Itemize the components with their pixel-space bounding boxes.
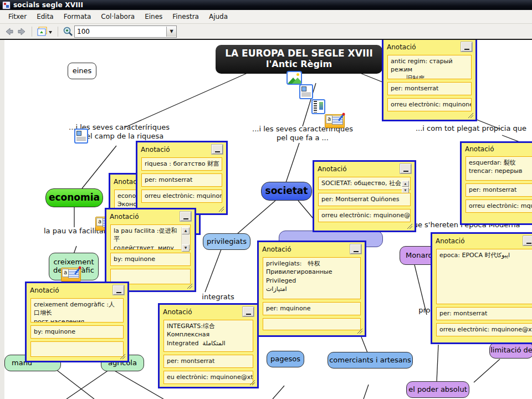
link-phrase-integrats[interactable]: integrats [197, 293, 239, 301]
annotation-window-title: Anotació [141, 146, 170, 154]
resize-handle[interactable] [186, 283, 193, 289]
annotation-email-box[interactable]: eu electrònic: mquinone@xtec.cat [163, 371, 253, 384]
annotation-text-box[interactable]: esquerdar: 裂纹 trencar: перерыв [466, 156, 532, 181]
resize-handle[interactable] [249, 379, 255, 386]
minimize-icon[interactable] [350, 244, 361, 254]
scrollbar[interactable]: ▲▼ [402, 181, 409, 193]
annotation-window-title: Anotació [110, 213, 139, 221]
node-map-title[interactable]: LA EUROPA DEL SEGLE XVIII l'Antic Règim [216, 45, 382, 74]
annotation-email-box[interactable]: orreu electrònic: mquinone@xtec.ca [436, 323, 532, 336]
resize-handle[interactable] [119, 353, 126, 360]
scrollbar[interactable]: ▲▼ [181, 227, 190, 252]
zoom-level-input[interactable] [75, 28, 166, 35]
node-privilegiats[interactable]: privilegiats [203, 233, 250, 250]
annotation-icon[interactable]: a [61, 268, 81, 282]
window-title: socials segle XVIII [13, 1, 83, 9]
minimize-icon[interactable] [523, 236, 532, 245]
annotation-window-societat[interactable]: Anotació SOCIETAT: общество, 社会 ▲▼ per: … [313, 160, 416, 232]
annotation-text-box[interactable]: riquesa : богатство 财富 [141, 157, 222, 171]
node-comerciants-artesans[interactable]: comerciants i artesans [328, 352, 413, 369]
resize-handle[interactable] [467, 112, 474, 119]
node-pagesos[interactable]: pagesos [267, 351, 304, 367]
annotation-window-esquerdar[interactable]: Anotació esquerdar: 裂纹 trencar: перерыв … [460, 141, 532, 225]
annotation-email-box[interactable]: orreu electrònic: mquinone@xtec. [318, 209, 411, 222]
annotation-icon[interactable]: a [325, 114, 345, 128]
annotation-author-box[interactable]: by: mquinone [30, 325, 124, 339]
image-resource-icon[interactable] [287, 71, 302, 85]
toolbar-separator [58, 27, 58, 37]
minimize-icon[interactable] [243, 307, 254, 316]
menu-eines[interactable]: Eines [140, 11, 167, 22]
annotation-text-box[interactable]: INTEGRATS:综合 Комплексная Integrated المت… [163, 320, 253, 352]
forward-button[interactable] [16, 25, 28, 38]
map-title-line2: l'Antic Règim [220, 59, 378, 69]
node-eines[interactable]: eines [68, 63, 96, 79]
menu-formata[interactable]: Formata [59, 11, 96, 22]
annotation-author-box[interactable]: per: montserrat [163, 355, 253, 368]
zoom-magnifier-icon [63, 26, 74, 37]
annotation-text-box[interactable]: SOCIETAT: общество, 社会 [318, 177, 411, 190]
scroll-up-icon[interactable]: ▲ [402, 181, 409, 187]
annotation-empty-box[interactable] [30, 341, 124, 357]
concept-map-canvas: ...i les seves caracteríriques en el cam… [0, 0, 532, 399]
menu-collabora[interactable]: Col·labora [96, 11, 140, 22]
menu-edita[interactable]: Edita [32, 11, 59, 22]
map-title-line1: LA EUROPA DEL SEGLE XVIII [220, 48, 378, 59]
scroll-down-icon[interactable]: ▼ [182, 244, 190, 252]
resize-handle[interactable] [218, 206, 224, 212]
annotation-text-box[interactable]: creixement demogràfic :人口增长 рост населен… [30, 298, 124, 323]
annotation-window-integrats[interactable]: Anotació INTEGRATS:综合 Комплексная Integr… [158, 303, 259, 388]
annotation-email-box[interactable]: orreu electrònic: mquinone@xt [387, 98, 472, 111]
annotation-text-box[interactable]: la pau facilita :促进和平 содействует миру [110, 224, 191, 250]
resize-handle[interactable] [356, 328, 363, 334]
annotation-author-box[interactable]: by: mquinone [110, 253, 191, 266]
zoom-dropdown-button[interactable]: ▼ [166, 27, 176, 37]
annotation-text-box[interactable]: epoca: EPOCA 时代ايبوكا [436, 249, 532, 304]
annotation-email-box[interactable]: orreu electrònic: mquinor [466, 200, 532, 213]
annotation-author-box[interactable]: per: Montserrat Quiñones [318, 193, 411, 206]
zoom-button[interactable] [62, 25, 74, 38]
video-resource-icon[interactable] [311, 99, 325, 114]
annotation-window-privilegiats[interactable]: Anotació privilegiats: 特权 Привилегирован… [257, 241, 366, 337]
window-titlebar: socials segle XVIII [0, 0, 532, 10]
annotation-window-title: Anotació [262, 245, 291, 253]
menu-finestra[interactable]: Finestra [167, 11, 204, 22]
node-economia[interactable]: economia [45, 188, 103, 207]
zoom-combobox: ▼ [74, 25, 177, 38]
toolbar: ▼ [0, 24, 532, 39]
annotation-window-antic-regim[interactable]: Anotació antic regim: старый режим 旧制度 p… [382, 38, 477, 121]
node-societat[interactable]: societat [261, 182, 312, 201]
document-resource-icon[interactable] [74, 129, 88, 144]
annotation-empty-box[interactable] [263, 318, 361, 330]
annotation-author-box[interactable]: per: montserrat [387, 82, 472, 95]
forward-arrow-icon [17, 28, 26, 35]
document-resource-icon[interactable] [299, 84, 313, 99]
annotation-author-box[interactable]: per: montserrat [466, 183, 532, 197]
minimize-icon[interactable] [461, 42, 472, 52]
annotation-email-box[interactable]: orreu electrònic: mquinone@xte [141, 190, 222, 203]
back-button[interactable] [3, 25, 16, 38]
annotation-window-riquesa[interactable]: Anotació riquesa : богатство 财富 per: mon… [136, 141, 228, 215]
minimize-icon[interactable] [212, 145, 223, 154]
annotation-author-box[interactable]: per: montserrat [436, 307, 532, 320]
scroll-up-icon[interactable]: ▲ [182, 227, 190, 234]
node-limitacio[interactable]: limitació de [489, 342, 532, 359]
annotation-text-box[interactable]: privilegiats: 特权 Привилегированные Privi… [263, 257, 361, 299]
minimize-icon[interactable] [180, 212, 191, 221]
link-phrase-plegat[interactable]: ...i com tot plegat propicia que [410, 124, 532, 133]
annotation-window-epoca[interactable]: Anotació epoca: EPOCA 时代ايبوكا per: mont… [431, 232, 532, 344]
annotation-text-box[interactable]: antic regim: старый режим 旧制度 [387, 55, 472, 79]
annotation-window-pau[interactable]: Anotació la pau facilita :促进和平 содейству… [105, 208, 196, 292]
annotation-author-box[interactable]: per: montserrat [141, 173, 222, 187]
minimize-icon[interactable] [113, 285, 124, 295]
resize-handle[interactable] [406, 223, 413, 229]
views-button[interactable] [36, 25, 54, 38]
node-poder-absolut[interactable]: el poder absolut [406, 381, 469, 398]
chevron-down-icon: ▼ [170, 29, 173, 34]
annotation-window-creixement[interactable]: Anotació creixement demogràfic :人口增长 рос… [25, 282, 129, 362]
menu-ajuda[interactable]: Ajuda [204, 11, 233, 22]
minimize-icon[interactable] [400, 164, 411, 173]
menu-fitxer[interactable]: Fitxer [3, 11, 32, 22]
link-phrase-societat[interactable]: ...i les seves caracteríriques pel que f… [242, 125, 364, 142]
annotation-author-box[interactable]: per: mquinone [263, 302, 361, 315]
